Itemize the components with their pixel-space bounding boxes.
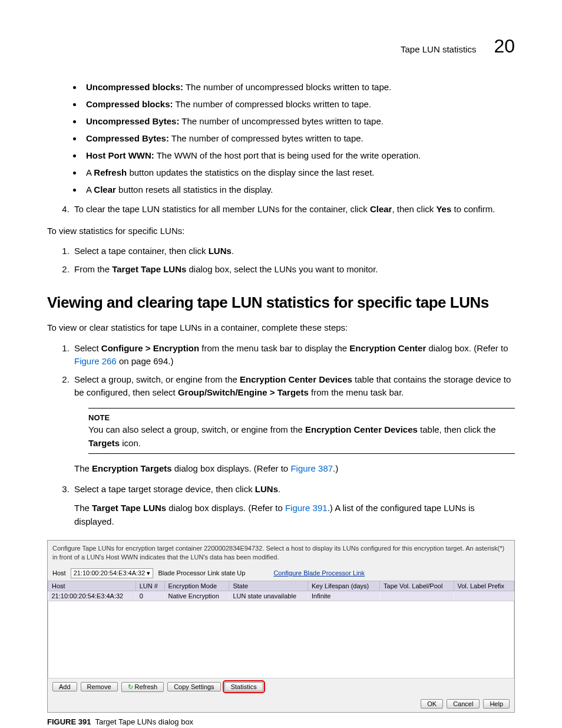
figure-387-link[interactable]: Figure 387 <box>290 463 333 473</box>
list-item: To clear the tape LUN statistics for all… <box>72 203 515 216</box>
table-row[interactable]: 21:10:00:20:54:E3:4A:32 0 Native Encrypt… <box>48 591 514 601</box>
target-tape-luns-dialog: Configure Tape LUNs for encryption targe… <box>47 540 515 713</box>
host-dropdown[interactable]: 21:10:00:20:54:E3:4A:32 ▾ <box>71 568 154 578</box>
list-item: Compressed blocks: The number of compres… <box>82 98 515 110</box>
step-3-followup: The Target Tape LUNs dialog box displays… <box>74 502 515 528</box>
note-label: NOTE <box>88 412 515 424</box>
list-item: Host Port WWN: The WWN of the host port … <box>82 149 515 162</box>
section-intro: To view or clear statistics for tape LUN… <box>47 321 515 335</box>
main-steps: Select Configure > Encryption from the m… <box>47 342 515 529</box>
list-item: Uncompressed blocks: The number of uncom… <box>82 81 515 93</box>
configure-blade-link[interactable]: Configure Blade Processor Link <box>273 569 365 577</box>
cancel-button[interactable]: Cancel <box>447 699 480 709</box>
col-vol-prefix[interactable]: Vol. Label Prefix <box>454 581 514 591</box>
blade-processor-state: Blade Processor Link state Up <box>158 569 245 577</box>
table-empty-area <box>48 601 514 678</box>
table-header-row: Host LUN # Encryption Mode State Key Lif… <box>48 581 514 591</box>
luns-table: Host LUN # Encryption Mode State Key Lif… <box>48 581 514 601</box>
step-1: Select Configure > Encryption from the m… <box>72 342 515 368</box>
col-state[interactable]: State <box>229 581 308 591</box>
refresh-button[interactable]: ↻ Refresh <box>121 682 164 692</box>
figure-caption: FIGURE 391 Target Tape LUNs dialog box <box>47 717 515 726</box>
col-tape-vol[interactable]: Tape Vol. Label/Pool <box>380 581 454 591</box>
dialog-footer: OK Cancel Help <box>48 696 514 712</box>
page-header: Tape LUN statistics 20 <box>47 35 515 57</box>
note-block: NOTE You can also select a group, switch… <box>88 408 515 454</box>
header-section-title: Tape LUN statistics <box>401 44 476 54</box>
step-2-followup: The Encryption Targets dialog box displa… <box>74 462 515 476</box>
col-key-lifespan[interactable]: Key Lifespan (days) <box>308 581 380 591</box>
step-2: Select a group, switch, or engine from t… <box>72 373 515 476</box>
list-item: A Refresh button updates the statistics … <box>82 166 515 179</box>
view-intro: To view statistics for specific LUNs: <box>47 225 515 238</box>
step-4: To clear the tape LUN statistics for all… <box>47 203 515 216</box>
list-item: Uncompressed Bytes: The number of uncomp… <box>82 115 515 127</box>
remove-button[interactable]: Remove <box>81 682 118 691</box>
figure-391: Configure Tape LUNs for encryption targe… <box>47 540 515 726</box>
add-button[interactable]: Add <box>52 682 77 691</box>
ok-button[interactable]: OK <box>421 699 443 709</box>
section-heading: Viewing and clearing tape LUN statistics… <box>47 294 515 312</box>
statistics-button[interactable]: Statistics <box>224 682 263 691</box>
figure-266-link[interactable]: Figure 266 <box>74 356 117 366</box>
col-lun[interactable]: LUN # <box>135 581 164 591</box>
help-button[interactable]: Help <box>483 699 510 709</box>
step-3: Select a tape target storage device, the… <box>72 483 515 529</box>
dialog-description: Configure Tape LUNs for encryption targe… <box>48 541 514 566</box>
copy-settings-button[interactable]: Copy Settings <box>167 682 220 691</box>
list-item: From the Target Tape LUNs dialog box, se… <box>72 263 515 276</box>
col-host[interactable]: Host <box>48 581 136 591</box>
dialog-toolbar: Add Remove ↻ Refresh Copy Settings Stati… <box>48 678 514 696</box>
definition-bullet-list: Uncompressed blocks: The number of uncom… <box>47 81 515 196</box>
chapter-number: 20 <box>494 35 515 57</box>
dialog-host-row: Host 21:10:00:20:54:E3:4A:32 ▾ Blade Pro… <box>48 566 514 581</box>
list-item: Compressed Bytes: The number of compress… <box>82 132 515 144</box>
list-item: Select a tape container, then click LUNs… <box>72 245 515 258</box>
host-label: Host <box>52 569 66 577</box>
view-steps: Select a tape container, then click LUNs… <box>47 245 515 276</box>
refresh-icon: ↻ <box>128 683 133 690</box>
col-encryption-mode[interactable]: Encryption Mode <box>164 581 229 591</box>
list-item: A Clear button resets all statistics in … <box>82 183 515 196</box>
figure-391-link[interactable]: Figure 391 <box>285 503 328 513</box>
